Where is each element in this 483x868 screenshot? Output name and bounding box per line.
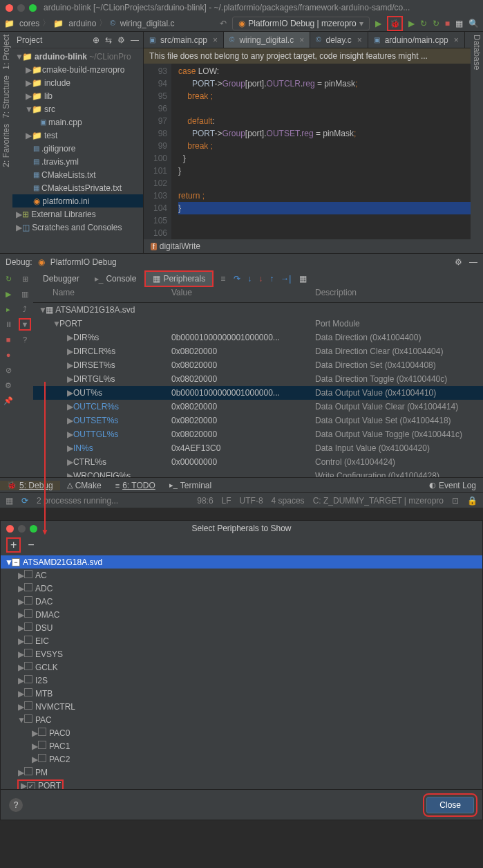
project-tool-tab[interactable]: 1: Project — [1, 35, 11, 70]
register-row[interactable]: ▶WRCONFIG%sWrite Configuration (0x410044… — [33, 469, 483, 477]
tree-file[interactable]: ▣main.cpp — [12, 116, 143, 129]
tree-scratches[interactable]: ▶◫ Scratches and Consoles — [12, 221, 143, 234]
add-button[interactable]: + — [6, 537, 21, 553]
frames-icon[interactable]: ⊞ — [19, 273, 31, 285]
stop-icon[interactable]: ■ — [445, 19, 450, 28]
run-config-selector[interactable]: ◉ PlatformIO Debug | mzeropro ▾ — [232, 17, 370, 30]
peripheral-item[interactable]: ▶NVMCTRL — [1, 700, 482, 713]
back-icon[interactable]: ↶ — [220, 19, 227, 28]
expand-icon[interactable]: ⇆ — [105, 35, 112, 45]
code-insight-banner[interactable]: This file does not belong to any project… — [144, 48, 471, 64]
collapse-icon[interactable]: ⊕ — [93, 35, 100, 45]
tab-cmake[interactable]: △ CMake — [60, 481, 108, 490]
line-ending[interactable]: LF — [222, 496, 231, 506]
tree-folder[interactable]: ▶📁include — [12, 76, 143, 89]
mute-bp-icon[interactable]: ⊘ — [2, 364, 15, 376]
tab-6-todo[interactable]: ≡ 6: TODO — [108, 481, 162, 490]
crumb-cores[interactable]: cores — [19, 19, 39, 28]
attach-icon[interactable]: ↻ — [433, 19, 439, 28]
gear-icon[interactable]: ⚙ — [117, 35, 125, 45]
peripheral-item[interactable]: ▶PM — [1, 766, 482, 779]
step-over-icon[interactable]: ↷ — [234, 274, 240, 284]
database-tool-tab[interactable]: Database — [472, 35, 482, 70]
register-row[interactable]: ▶OUTSET%s0x08020000Data Output Value Set… — [33, 414, 483, 427]
zoom-icon[interactable] — [29, 4, 37, 12]
processes-icon[interactable]: ▦ — [6, 496, 13, 506]
breakpoints-icon[interactable]: ● — [2, 349, 15, 361]
debug-icon[interactable]: 🐞 — [387, 16, 403, 31]
tree-folder[interactable]: ▼📁src — [12, 102, 143, 116]
tree-folder[interactable]: ▶📁test — [12, 129, 143, 142]
svd-root-row[interactable]: ▼−ATSAMD21G18A.svd — [1, 555, 482, 569]
threads-icon[interactable]: ≡ — [220, 274, 225, 284]
profile-icon[interactable]: ↻ — [420, 19, 427, 28]
zoom-icon[interactable] — [30, 525, 37, 533]
peripheral-item[interactable]: ▶EIC — [1, 634, 482, 647]
tab-src-main[interactable]: ▣src/main.cpp× — [144, 32, 224, 48]
rerun-icon[interactable]: ↻ — [2, 273, 15, 285]
tab-arduino-main[interactable]: ▣arduino/main.cpp× — [368, 32, 465, 48]
port-node[interactable]: ▼PORTPort Module — [33, 317, 483, 331]
tree-file[interactable]: ▦CMakeListsPrivate.txt — [12, 181, 143, 194]
hide-icon[interactable]: — — [131, 35, 139, 45]
context[interactable]: C: Z_DUMMY_TARGET | mzeropro — [313, 496, 444, 506]
pin-icon[interactable]: 📌 — [2, 394, 15, 407]
peripherals-tree[interactable]: ▼▦ ATSAMD21G18A.svd ▼PORTPort Module ▶DI… — [33, 303, 483, 477]
layout-icon[interactable]: ▥ — [19, 288, 31, 300]
peripheral-list[interactable]: ▼−ATSAMD21G18A.svd ▶AC▶ADC▶DAC▶DMAC▶DSU▶… — [1, 554, 482, 789]
peripheral-item[interactable]: ▶AC — [1, 569, 482, 582]
tree-file[interactable]: ▤.gitignore — [12, 142, 143, 155]
play-icon[interactable]: ▶ — [375, 19, 381, 28]
help-button[interactable]: ? — [9, 798, 23, 812]
filter-icon[interactable]: ▼ — [19, 318, 31, 331]
close-tab-icon[interactable]: × — [357, 35, 362, 45]
indent[interactable]: 4 spaces — [272, 496, 305, 506]
tree-root[interactable]: ▼📁arduino-blink ~/CLionPro — [12, 50, 143, 63]
lock-icon[interactable]: 🔒 — [467, 496, 477, 506]
step-into-icon[interactable]: ↓ — [247, 274, 252, 284]
close-icon[interactable] — [6, 4, 13, 12]
peripheral-item[interactable]: ▶I2S — [1, 674, 482, 687]
peripheral-item[interactable]: ▶PAC2 — [1, 752, 482, 766]
gear-icon[interactable]: ⚙ — [455, 257, 462, 267]
run-cov-icon[interactable]: ▶ — [408, 19, 415, 28]
right-gutter[interactable]: Database — [471, 32, 483, 253]
event-log[interactable]: ◐ Event Log — [422, 481, 483, 490]
step-out-icon[interactable]: ↑ — [269, 274, 274, 284]
help-icon[interactable]: ? — [19, 333, 31, 346]
cursor-pos[interactable]: 98:6 — [197, 496, 213, 506]
crumb-file[interactable]: wiring_digital.c — [120, 19, 175, 28]
left-gutter[interactable]: 1: Project 7: Structure 2: Favorites — [0, 32, 12, 253]
register-row[interactable]: ▶DIR%s0b00001000000001000000...Data Dire… — [33, 331, 483, 344]
layout-icon[interactable]: ▦ — [455, 19, 463, 28]
peripheral-item[interactable]: ▶PAC0 — [1, 726, 482, 739]
processes-running[interactable]: 2 processes running... — [37, 496, 118, 506]
peripheral-item[interactable]: ▶ADC — [1, 582, 482, 595]
run-to-cursor-icon[interactable]: →| — [281, 274, 291, 284]
register-row[interactable]: ▶OUTCLR%s0x08020000Data Output Value Cle… — [33, 400, 483, 414]
search-icon[interactable]: 🔍 — [468, 19, 479, 28]
export-icon[interactable]: ⤴ — [19, 303, 31, 315]
close-tab-icon[interactable]: × — [454, 35, 459, 45]
peripheral-item[interactable]: ▶DAC — [1, 595, 482, 608]
calc-icon[interactable]: ▦ — [299, 274, 307, 284]
tree-file[interactable]: ▦CMakeLists.txt — [12, 168, 143, 181]
close-icon[interactable] — [6, 525, 14, 533]
register-row[interactable]: ▶OUT%s0b00001000000001000000...Data Outp… — [33, 386, 483, 400]
code-area[interactable]: case LOW: PORT->Group[port].OUTCLR.reg =… — [171, 64, 471, 239]
close-tab-icon[interactable]: × — [213, 35, 218, 45]
stop-icon[interactable]: ■ — [2, 333, 15, 346]
register-row[interactable]: ▶DIRTGL%s0x08020000Data Direction Toggle… — [33, 372, 483, 386]
pause-icon[interactable]: ⏸ — [2, 318, 15, 331]
favorites-tool-tab[interactable]: 2: Favorites — [1, 124, 11, 167]
tab-terminal[interactable]: ▸_ Terminal — [162, 481, 218, 490]
structure-tool-tab[interactable]: 7: Structure — [1, 75, 11, 118]
tab-delay[interactable]: ©delay.c× — [310, 32, 368, 48]
tab-wiring-digital[interactable]: ©wiring_digital.c× — [224, 32, 310, 48]
tab-5-debug[interactable]: 🐞 5: Debug — [0, 481, 60, 490]
crumb-arduino[interactable]: arduino — [68, 19, 96, 28]
resume-prog-icon[interactable]: ▸ — [2, 303, 15, 315]
peripheral-item[interactable]: ▶GCLK — [1, 661, 482, 674]
register-row[interactable]: ▶IN%s0x4AEF13C0Data Input Value (0x41004… — [33, 441, 483, 455]
tree-file-selected[interactable]: ◉ platformio.ini — [12, 194, 143, 207]
